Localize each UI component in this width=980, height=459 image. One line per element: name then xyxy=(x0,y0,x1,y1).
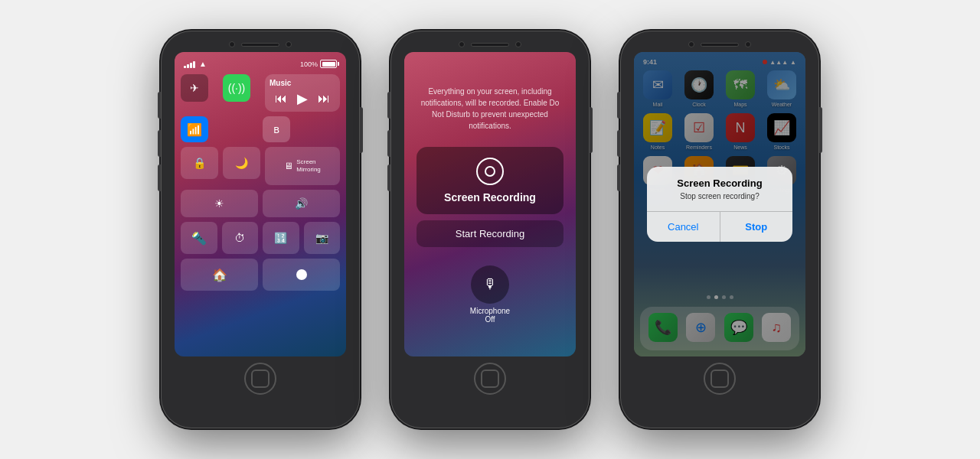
cc-connectivity-row: 📶 ʙ xyxy=(181,116,340,142)
home-screen: 9:41 ▲▲▲ ▲ ✉ Mail 🕐 Clock 🗺 xyxy=(634,52,805,356)
signal-indicators: ▲ xyxy=(184,60,207,68)
front-camera-3 xyxy=(688,41,694,47)
phone-1-home-button[interactable] xyxy=(244,363,276,395)
screen-recording-screen: Everything on your screen, including not… xyxy=(404,52,576,356)
earpiece xyxy=(241,43,279,47)
dialog-message: Stop screen recording? xyxy=(647,192,792,211)
screen-recording-dialog: Screen Recording Stop screen recording? … xyxy=(647,167,792,242)
phone-3-top xyxy=(620,31,819,47)
timer-button[interactable]: ⏱ xyxy=(222,222,259,254)
front-camera-2 xyxy=(459,41,465,47)
mic-label: MicrophoneOff xyxy=(470,307,510,324)
wifi-button[interactable]: 📶 xyxy=(181,116,208,142)
phone-1-screen: ▲ 100% ✈ ((·)) Music ⏮ ▶ xyxy=(175,52,346,356)
screen-mirroring-button[interactable]: 🖥 ScreenMirroring xyxy=(265,147,340,185)
volume-slider[interactable]: 🔊 xyxy=(263,190,340,217)
battery-percent: 100% xyxy=(300,60,318,68)
phone-2-screen: Everything on your screen, including not… xyxy=(404,52,576,356)
music-controls: ⏮ ▶ ⏭ xyxy=(270,90,335,107)
phone-3: 9:41 ▲▲▲ ▲ ✉ Mail 🕐 Clock 🗺 xyxy=(620,31,819,428)
phone-1-top xyxy=(161,31,360,47)
phone-3-screen: 9:41 ▲▲▲ ▲ ✉ Mail 🕐 Clock 🗺 xyxy=(634,52,805,356)
music-widget[interactable]: Music ⏮ ▶ ⏭ xyxy=(265,74,340,112)
phone-2-home-button[interactable] xyxy=(474,363,506,395)
brightness-slider[interactable]: ☀ xyxy=(181,190,258,217)
start-recording-button[interactable]: Start Recording xyxy=(416,220,564,247)
phone-3-home-button[interactable] xyxy=(704,363,736,395)
dialog-overlay: Screen Recording Stop screen recording? … xyxy=(634,52,805,356)
record-icon xyxy=(476,158,504,185)
play-button[interactable]: ▶ xyxy=(297,90,308,107)
phone-1: ▲ 100% ✈ ((·)) Music ⏮ ▶ xyxy=(161,31,360,428)
dialog-buttons: Cancel Stop xyxy=(647,212,792,242)
earpiece-3 xyxy=(701,43,739,47)
bluetooth-button[interactable]: ʙ xyxy=(263,116,290,142)
front-camera xyxy=(229,41,235,47)
screen-record-button[interactable] xyxy=(263,259,340,291)
front-sensor xyxy=(286,41,292,47)
dialog-stop-button[interactable]: Stop xyxy=(720,212,793,242)
wifi-calling-button[interactable]: ((·)) xyxy=(223,74,250,102)
phone-2-top xyxy=(390,31,590,47)
music-title: Music xyxy=(270,79,335,87)
camera-button[interactable]: 📷 xyxy=(304,222,341,254)
earpiece-2 xyxy=(471,43,509,47)
mic-icon: 🎙 xyxy=(471,265,509,304)
calculator-button[interactable]: 🔢 xyxy=(263,222,299,254)
cc-top-row: ✈ ((·)) Music ⏮ ▶ ⏭ xyxy=(181,74,340,112)
rewind-button[interactable]: ⏮ xyxy=(275,92,287,106)
microphone-toggle[interactable]: 🎙 MicrophoneOff xyxy=(470,265,510,324)
airplane-mode-button[interactable]: ✈ xyxy=(181,74,208,102)
battery-icon xyxy=(320,60,337,68)
wifi-icon: ▲ xyxy=(199,60,207,68)
rotation-lock-button[interactable]: 🔒 xyxy=(181,147,218,179)
screen-recording-main-button[interactable]: Screen Recording xyxy=(416,147,564,214)
homekit-button[interactable]: 🏠 xyxy=(181,259,258,291)
control-center-screen: ▲ 100% ✈ ((·)) Music ⏮ ▶ xyxy=(175,52,346,356)
screen-recording-title: Screen Recording xyxy=(444,191,536,203)
torch-button[interactable]: 🔦 xyxy=(181,222,217,254)
phone-2: Everything on your screen, including not… xyxy=(390,31,590,428)
status-bar: ▲ 100% xyxy=(181,58,340,70)
fastforward-button[interactable]: ⏭ xyxy=(318,92,330,106)
dialog-cancel-button[interactable]: Cancel xyxy=(647,212,720,242)
front-sensor-3 xyxy=(745,41,751,47)
front-sensor-2 xyxy=(515,41,521,47)
cc-bottom-row: 🏠 xyxy=(181,259,340,291)
dialog-title: Screen Recording xyxy=(647,167,792,192)
do-not-disturb-button[interactable]: 🌙 xyxy=(223,147,260,179)
screen-recording-info: Everything on your screen, including not… xyxy=(416,86,564,132)
record-inner-icon xyxy=(485,166,495,177)
cc-tools-row: 🔦 ⏱ 🔢 📷 xyxy=(181,222,340,254)
battery-indicator: 100% xyxy=(300,60,337,68)
